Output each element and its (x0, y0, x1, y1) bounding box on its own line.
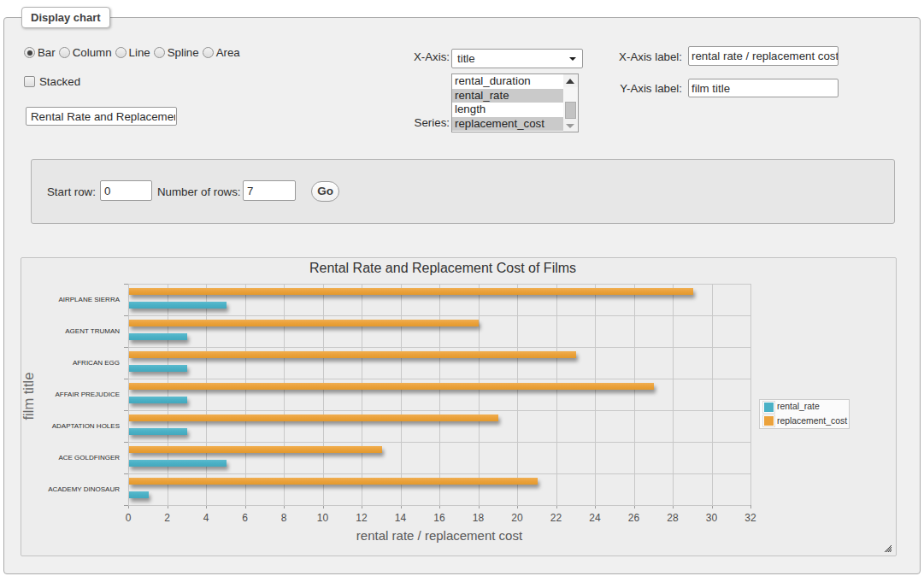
category-label: AGENT TRUMAN (31, 327, 120, 335)
gridline-v (712, 284, 713, 505)
legend-label: rental_rate (777, 402, 820, 412)
gridline-v (323, 284, 324, 505)
y-tick (124, 473, 128, 474)
chart-legend: rental_ratereplacement_cost (759, 399, 850, 429)
x-tick-label: 28 (660, 513, 686, 523)
radio-bar[interactable] (24, 47, 35, 58)
radio-area[interactable] (203, 47, 214, 58)
x-tick-label: 0 (115, 513, 141, 523)
bar-replacement_cost[interactable] (129, 288, 693, 295)
x-axis-label: X-Axis: (364, 50, 450, 63)
bar-replacement_cost[interactable] (129, 320, 479, 326)
gridline-h (128, 410, 750, 411)
select-dropdown-arrow-icon (569, 57, 576, 61)
radio-column[interactable] (59, 47, 70, 58)
resize-handle-icon[interactable] (885, 545, 892, 552)
bar-rental_rate[interactable] (129, 460, 227, 467)
stacked-checkbox[interactable] (24, 76, 35, 87)
gridline-v (284, 284, 285, 505)
bar-rental_rate[interactable] (129, 333, 187, 340)
series-option-rental_duration[interactable]: rental_duration (452, 74, 563, 89)
radio-line-label: Line (129, 46, 150, 59)
bar-rental_rate[interactable] (129, 397, 187, 403)
x-tick-label: 10 (310, 513, 336, 523)
gridline-h (128, 347, 750, 348)
page: Display chart Bar Column Line Spline Are… (0, 0, 924, 582)
bar-replacement_cost[interactable] (129, 446, 382, 453)
gridline-v (168, 284, 168, 505)
series-option-replacement_cost[interactable]: replacement_cost (452, 117, 563, 132)
y-axis-label-input[interactable] (688, 79, 839, 97)
y-tick (124, 442, 128, 443)
gridline-v (128, 284, 129, 505)
gridline-h (128, 315, 750, 316)
gridline-v (401, 284, 402, 505)
legend-item-replacement_cost[interactable]: replacement_cost (763, 415, 847, 426)
gridline-v (556, 284, 557, 505)
gridline-v (245, 284, 246, 505)
gridline-h (128, 442, 750, 443)
bar-rental_rate[interactable] (129, 365, 187, 372)
category-label: ADAPTATION HOLES (31, 422, 120, 430)
series-option-rental_rate[interactable]: rental_rate (452, 89, 563, 103)
gridline-v (206, 284, 207, 505)
category-label: AFRICAN EGG (31, 359, 120, 367)
x-tick-label: 14 (388, 513, 414, 523)
gridline-v (673, 284, 674, 505)
x-tick-label: 12 (349, 513, 374, 523)
bar-rental_rate[interactable] (129, 428, 187, 435)
chart-container: Rental Rate and Replacement Cost of Film… (21, 257, 897, 556)
gridline-v (517, 284, 518, 505)
number-of-rows-input[interactable] (243, 180, 296, 201)
bar-rental_rate[interactable] (129, 491, 149, 498)
gridline-v (750, 284, 751, 505)
bar-replacement_cost[interactable] (129, 351, 576, 358)
y-tick (124, 315, 128, 316)
x-tick-label: 6 (232, 513, 258, 523)
chart-x-axis-title: rental rate / replacement cost (268, 528, 610, 543)
series-label: Series: (364, 116, 450, 129)
x-tick-label: 26 (621, 513, 647, 523)
x-tick-label: 18 (466, 513, 491, 523)
radio-spline[interactable] (154, 47, 165, 58)
x-axis-select[interactable]: title (451, 49, 583, 68)
gridline-h (128, 505, 750, 506)
bar-rental_rate[interactable] (129, 302, 227, 309)
x-tick-label: 24 (582, 513, 608, 523)
x-tick (750, 505, 751, 509)
x-tick-label: 30 (699, 513, 725, 523)
y-tick (124, 410, 128, 411)
chart-title: Rental Rate and Replacement Cost of Film… (21, 261, 864, 276)
scrollbar-down-icon[interactable] (563, 119, 578, 132)
x-axis-label-input[interactable] (688, 46, 839, 66)
x-tick-label: 32 (738, 513, 763, 523)
number-of-rows-label: Number of rows: (157, 185, 241, 198)
legend-label: replacement_cost (777, 416, 847, 426)
gridline-v (439, 284, 440, 505)
gridline-h (128, 379, 750, 379)
y-tick (124, 505, 128, 506)
gridline-h (128, 473, 750, 474)
stacked-label: Stacked (39, 75, 80, 88)
series-multiselect[interactable]: rental_durationrental_ratelengthreplacem… (451, 73, 579, 132)
scrollbar-up-icon[interactable] (563, 74, 578, 87)
go-button[interactable]: Go (311, 181, 339, 202)
start-row-input[interactable] (100, 180, 152, 201)
scrollbar-thumb[interactable] (565, 102, 576, 119)
x-tick-label: 2 (155, 513, 180, 523)
bar-replacement_cost[interactable] (129, 414, 498, 421)
series-options: rental_durationrental_ratelengthreplacem… (452, 74, 578, 131)
chart-type-radio-group: Bar Column Line Spline Area (24, 46, 244, 59)
radio-line[interactable] (115, 47, 127, 58)
gridline-v (595, 284, 596, 505)
series-scrollbar[interactable] (563, 74, 578, 132)
legend-item-rental_rate[interactable]: rental_rate (763, 402, 820, 413)
gridline-v (362, 284, 362, 505)
bar-replacement_cost[interactable] (129, 478, 538, 485)
bar-replacement_cost[interactable] (129, 383, 654, 390)
gridline-v (479, 284, 480, 505)
chart-title-input[interactable] (26, 107, 177, 126)
series-option-length[interactable]: length (452, 103, 563, 117)
gridline-v (634, 284, 635, 505)
x-axis-selected-value: title (457, 52, 475, 65)
